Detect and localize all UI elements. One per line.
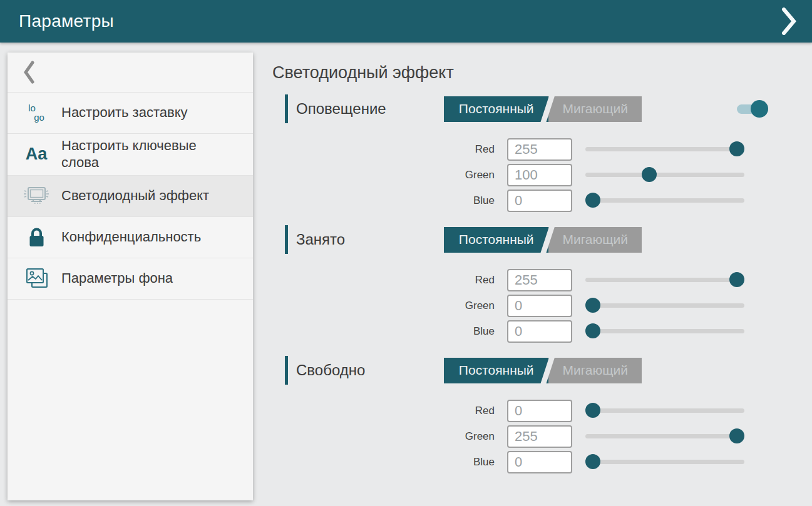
mode-blinking-button[interactable]: Мигающий <box>548 96 642 122</box>
section-title: Занято <box>296 231 444 248</box>
slider-thumb[interactable] <box>585 454 600 469</box>
section-accent-bar <box>285 356 288 385</box>
mode-blinking-button[interactable]: Мигающий <box>548 358 642 383</box>
slider-track <box>585 147 744 151</box>
blue-row: Blue <box>272 449 812 475</box>
blue-row: Blue <box>272 188 812 213</box>
green-row: Green <box>272 423 812 449</box>
chevron-left-icon <box>24 61 34 84</box>
settings-sidebar: lo go Настроить заставку Aa Настроить кл… <box>8 53 253 500</box>
slider-thumb[interactable] <box>585 323 600 338</box>
mode-segmented-control: Постоянный Мигающий <box>444 96 642 122</box>
section-accent-bar <box>285 225 288 254</box>
sidebar-back-button[interactable] <box>8 53 253 93</box>
red-value-input[interactable] <box>507 138 572 161</box>
app-header: Параметры <box>0 0 812 43</box>
mode-segmented-control: Постоянный Мигающий <box>444 227 642 253</box>
sidebar-item-label: Настроить заставку <box>61 104 188 121</box>
slider-thumb[interactable] <box>729 141 744 156</box>
forward-button[interactable] <box>778 6 799 36</box>
slider-thumb[interactable] <box>642 167 657 182</box>
slider-track <box>585 303 744 308</box>
sidebar-item-label: Светодиодный эффект <box>61 188 209 205</box>
mode-solid-button[interactable]: Постоянный <box>444 358 548 383</box>
sidebar-item-splash-screen[interactable]: lo go Настроить заставку <box>8 93 253 134</box>
notification-toggle-switch[interactable] <box>737 100 768 118</box>
red-row: Red <box>272 267 812 293</box>
green-value-input[interactable] <box>507 425 572 448</box>
slider-thumb[interactable] <box>729 272 744 287</box>
red-value-input[interactable] <box>507 400 572 422</box>
green-row: Green <box>272 293 812 318</box>
mode-segmented-control: Постоянный Мигающий <box>444 358 642 383</box>
content-title: Светодиодный эффект <box>272 63 812 83</box>
keywords-icon: Aa <box>21 144 51 164</box>
blue-label: Blue <box>272 456 507 468</box>
sidebar-item-label: Настроить ключевые слова <box>61 138 218 171</box>
blue-value-input[interactable] <box>507 320 572 343</box>
red-row: Red <box>272 136 812 162</box>
blue-label: Blue <box>272 325 507 338</box>
slider-track <box>585 173 744 177</box>
section-accent-bar <box>285 94 288 123</box>
sidebar-item-label: Параметры фона <box>61 270 173 287</box>
slider-thumb[interactable] <box>585 403 600 418</box>
blue-row: Blue <box>272 318 812 344</box>
toggle-thumb <box>751 100 768 118</box>
mode-solid-button[interactable]: Постоянный <box>444 227 548 253</box>
sidebar-item-label: Конфиденциальность <box>61 229 201 246</box>
green-value-input[interactable] <box>507 164 572 186</box>
chevron-right-icon <box>781 8 796 35</box>
green-slider[interactable] <box>585 293 744 318</box>
slider-track <box>585 460 744 464</box>
lock-icon <box>21 226 51 248</box>
red-label: Red <box>272 274 507 286</box>
mode-solid-button[interactable]: Постоянный <box>444 96 548 122</box>
slider-thumb[interactable] <box>585 298 600 313</box>
sidebar-item-keywords[interactable]: Aa Настроить ключевые слова <box>8 134 253 176</box>
red-slider[interactable] <box>585 136 744 162</box>
green-row: Green <box>272 162 812 188</box>
red-label: Red <box>272 405 507 417</box>
slider-track <box>585 434 744 438</box>
red-value-input[interactable] <box>507 269 572 291</box>
blue-value-input[interactable] <box>507 451 572 473</box>
green-slider[interactable] <box>585 162 744 188</box>
red-slider[interactable] <box>585 398 744 423</box>
led-monitor-icon <box>21 185 51 207</box>
blue-slider[interactable] <box>585 188 744 213</box>
red-slider[interactable] <box>585 267 744 293</box>
slider-track <box>585 408 744 413</box>
mode-blinking-button[interactable]: Мигающий <box>548 227 642 253</box>
blue-value-input[interactable] <box>507 190 572 212</box>
slider-thumb[interactable] <box>585 193 600 208</box>
red-label: Red <box>272 143 507 156</box>
section-notification: Оповещение Постоянный Мигающий Red <box>285 94 812 213</box>
sidebar-item-led-effect[interactable]: Светодиодный эффект <box>8 176 253 217</box>
section-busy: Занято Постоянный Мигающий Red Green <box>285 225 812 344</box>
slider-track <box>585 278 744 282</box>
section-title: Оповещение <box>296 100 444 118</box>
section-free: Свободно Постоянный Мигающий Red Green <box>285 355 812 475</box>
green-label: Green <box>272 430 507 443</box>
background-images-icon <box>21 266 51 290</box>
section-title: Свободно <box>296 362 444 379</box>
green-value-input[interactable] <box>507 295 572 317</box>
red-row: Red <box>272 398 812 423</box>
blue-label: Blue <box>272 195 507 207</box>
green-label: Green <box>272 300 507 312</box>
slider-track <box>585 198 744 203</box>
green-slider[interactable] <box>585 423 744 449</box>
sidebar-item-privacy[interactable]: Конфиденциальность <box>8 217 253 258</box>
blue-slider[interactable] <box>585 318 744 344</box>
logo-icon: lo go <box>21 104 51 122</box>
blue-slider[interactable] <box>585 449 744 475</box>
page-title: Параметры <box>19 11 114 31</box>
slider-track <box>585 329 744 333</box>
slider-thumb[interactable] <box>729 428 744 443</box>
led-effect-panel: Светодиодный эффект Оповещение Постоянны… <box>272 43 812 482</box>
green-label: Green <box>272 169 507 181</box>
sidebar-item-background[interactable]: Параметры фона <box>8 258 253 300</box>
